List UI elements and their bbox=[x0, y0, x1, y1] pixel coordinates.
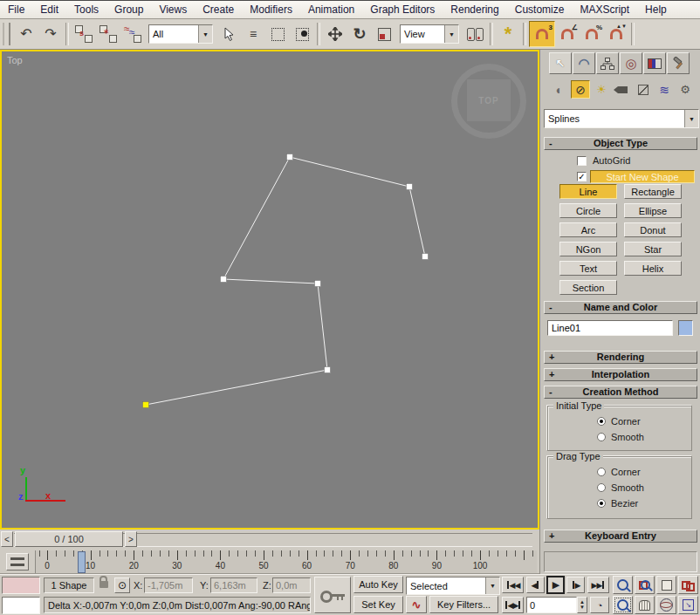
menu-item-create[interactable]: Create bbox=[195, 1, 242, 18]
time-slider-handle[interactable]: 0 / 100 bbox=[15, 531, 123, 547]
category-geometry-icon[interactable]: ◐ bbox=[550, 80, 569, 99]
object-type-button-text[interactable]: Text bbox=[559, 261, 617, 276]
menu-item-views[interactable]: Views bbox=[151, 1, 195, 18]
key-mode-toggle-button[interactable]: ◀▶ bbox=[502, 597, 524, 613]
maxscript-macro-recorder-pane[interactable] bbox=[2, 577, 40, 594]
viewport-top[interactable]: Top TOP y z x bbox=[0, 50, 539, 530]
current-frame-input[interactable] bbox=[526, 597, 577, 613]
dropdown-arrow-icon[interactable]: ▼ bbox=[198, 25, 212, 43]
window-crossing-toggle-icon[interactable] bbox=[290, 22, 314, 46]
object-type-button-section[interactable]: Section bbox=[559, 280, 617, 295]
default-in-out-tangents-button[interactable]: ∿ bbox=[406, 596, 427, 613]
menu-item-graph-editors[interactable]: Graph Editors bbox=[362, 1, 443, 18]
rollout-creation-method[interactable]: -Creation Method bbox=[544, 386, 697, 399]
reference-coordinate-system-dropdown[interactable]: View ▼ bbox=[400, 24, 459, 44]
dropdown-arrow-icon[interactable]: ▼ bbox=[485, 577, 499, 594]
menu-item-file[interactable]: File bbox=[0, 1, 32, 18]
z-coordinate-input[interactable] bbox=[272, 577, 311, 593]
start-new-shape-checkbox[interactable]: ✓ bbox=[577, 172, 587, 181]
maxscript-listener-pane[interactable] bbox=[2, 597, 40, 614]
rollout-interpolation[interactable]: +Interpolation bbox=[544, 368, 697, 381]
object-name-input[interactable] bbox=[547, 320, 673, 336]
menu-item-help[interactable]: Help bbox=[637, 1, 675, 18]
key-filters-button[interactable]: Key Filters... bbox=[429, 596, 498, 613]
set-keys-button[interactable] bbox=[314, 577, 351, 613]
menu-item-group[interactable]: Group bbox=[106, 1, 151, 18]
category-systems-icon[interactable]: ⚙ bbox=[676, 80, 695, 99]
menu-item-modifiers[interactable]: Modifiers bbox=[242, 1, 300, 18]
drag-type-radio-corner[interactable]: Corner bbox=[597, 467, 641, 477]
frame-spinner[interactable]: ▲▼ bbox=[577, 597, 587, 613]
snaps-toggle-icon[interactable]: 3 bbox=[529, 21, 555, 47]
time-slider-prev-icon[interactable]: < bbox=[1, 531, 13, 547]
category-helpers-icon[interactable] bbox=[634, 80, 653, 99]
zoom-all-button[interactable] bbox=[635, 576, 655, 594]
drag-type-radio-smooth[interactable]: Smooth bbox=[597, 482, 644, 493]
percent-snap-toggle-icon[interactable]: % bbox=[580, 22, 604, 46]
zoom-extents-button[interactable] bbox=[656, 576, 676, 594]
undo-icon[interactable]: ↶ bbox=[14, 22, 38, 46]
zoom-button[interactable] bbox=[613, 576, 633, 594]
selection-filter-dropdown[interactable]: All ▼ bbox=[148, 24, 213, 44]
drag-type-radio-bezier[interactable]: Bezier bbox=[597, 498, 638, 509]
category-shapes-icon[interactable]: ⊘ bbox=[571, 80, 590, 99]
select-and-manipulate-icon[interactable]: * bbox=[496, 22, 520, 46]
initial-type-radio-smooth[interactable]: Smooth bbox=[597, 432, 644, 442]
select-object-icon[interactable] bbox=[216, 22, 241, 46]
spline-vertex[interactable] bbox=[221, 277, 227, 283]
absolute-offset-mode-toggle[interactable]: ⊙ bbox=[114, 577, 130, 593]
mini-curve-editor-button[interactable] bbox=[6, 553, 29, 571]
rollout-keyboard-entry[interactable]: +Keyboard Entry bbox=[544, 530, 697, 543]
maximize-viewport-toggle-button[interactable]: ↘ bbox=[678, 596, 698, 614]
current-frame-marker[interactable] bbox=[78, 551, 86, 573]
rollout-rendering[interactable]: +Rendering bbox=[544, 351, 697, 364]
zoom-region-button[interactable] bbox=[613, 596, 633, 614]
category-lights-icon[interactable]: ☀ bbox=[592, 80, 611, 99]
spline-vertex[interactable] bbox=[315, 281, 321, 287]
start-new-shape-button[interactable]: Start New Shape bbox=[590, 170, 695, 183]
use-pivot-point-center-icon[interactable] bbox=[463, 22, 487, 46]
auto-key-button[interactable]: Auto Key bbox=[353, 576, 403, 593]
spline-vertex[interactable] bbox=[407, 184, 413, 190]
tab-display[interactable] bbox=[643, 52, 666, 74]
select-and-link-icon[interactable]: s bbox=[72, 22, 96, 46]
unlink-selection-icon[interactable]: ∗ bbox=[96, 22, 120, 46]
set-key-button[interactable]: Set Key bbox=[353, 596, 403, 613]
rectangular-selection-region-icon[interactable] bbox=[265, 22, 290, 46]
tab-motion[interactable]: ◎ bbox=[620, 52, 642, 74]
x-coordinate-input[interactable] bbox=[144, 577, 193, 593]
arc-rotate-button[interactable] bbox=[656, 596, 676, 614]
tab-modify[interactable]: ◠ bbox=[573, 52, 595, 74]
angle-snap-toggle-icon[interactable]: ∠ bbox=[555, 22, 580, 46]
object-type-button-donut[interactable]: Donut bbox=[624, 222, 682, 237]
select-and-scale-icon[interactable] bbox=[372, 22, 396, 46]
object-type-button-ngon[interactable]: NGon bbox=[559, 242, 617, 256]
menu-item-customize[interactable]: Customize bbox=[507, 1, 573, 18]
dropdown-arrow-icon[interactable]: ▼ bbox=[684, 110, 698, 127]
go-to-start-button[interactable]: ◀◀ bbox=[502, 577, 524, 593]
object-type-button-star[interactable]: Star bbox=[624, 242, 682, 256]
object-color-swatch[interactable] bbox=[678, 320, 693, 336]
spline-vertex[interactable] bbox=[422, 254, 429, 260]
y-coordinate-input[interactable] bbox=[210, 577, 257, 593]
object-type-button-arc[interactable]: Arc bbox=[559, 222, 617, 237]
selection-set-dropdown[interactable]: Selected ▼ bbox=[406, 577, 500, 595]
autogrid-checkbox[interactable] bbox=[577, 156, 587, 166]
spline-vertex[interactable] bbox=[325, 367, 331, 373]
spinner-snap-toggle-icon[interactable]: ▲▼ bbox=[604, 22, 628, 46]
tab-hierarchy[interactable] bbox=[596, 52, 619, 74]
rollout-object-type[interactable]: -Object Type bbox=[544, 137, 697, 150]
zoom-extents-all-button[interactable] bbox=[678, 576, 698, 594]
pan-button[interactable] bbox=[635, 596, 655, 614]
redo-icon[interactable]: ↷ bbox=[38, 22, 63, 46]
menu-item-edit[interactable]: Edit bbox=[32, 1, 66, 18]
toolbar-drag-handle[interactable] bbox=[3, 23, 10, 45]
select-and-move-icon[interactable] bbox=[323, 22, 347, 46]
shape-category-dropdown[interactable]: Splines ▼ bbox=[544, 109, 699, 128]
menu-item-animation[interactable]: Animation bbox=[300, 1, 362, 18]
object-type-button-ellipse[interactable]: Ellipse bbox=[624, 203, 682, 218]
dropdown-arrow-icon[interactable]: ▼ bbox=[444, 25, 458, 43]
category-space-warps-icon[interactable]: ≋ bbox=[655, 80, 674, 99]
previous-frame-button[interactable]: ◀ bbox=[526, 577, 545, 593]
spline-vertex[interactable] bbox=[287, 154, 293, 161]
